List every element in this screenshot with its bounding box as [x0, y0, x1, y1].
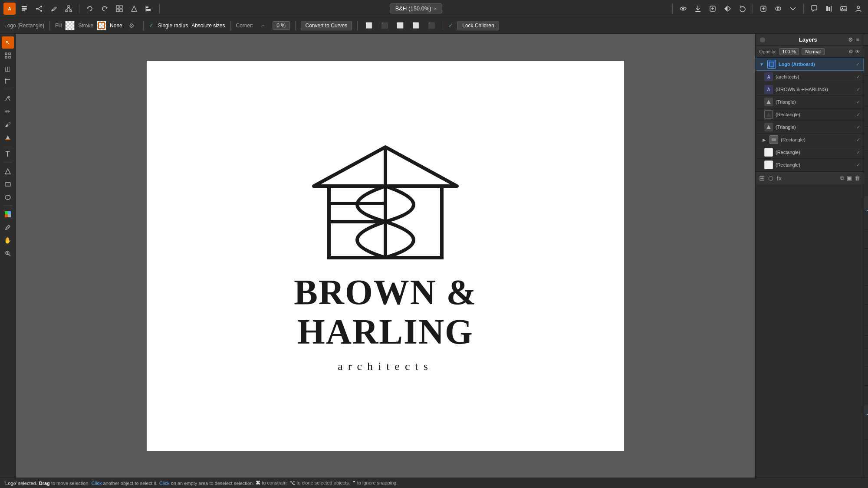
ellipse-tool-button[interactable] [2, 191, 14, 203]
layer-item-artboard[interactable]: ▼ Logo (Artboard) ✓ [756, 58, 864, 71]
fill-tool-button[interactable] [2, 131, 14, 144]
color-picker-button[interactable] [2, 208, 14, 220]
nodes-icon[interactable] [62, 3, 75, 15]
layers-visibility-icon[interactable]: 👁 [855, 49, 860, 55]
effect-outer-shadow[interactable]: ▶ Outer Shadow [864, 249, 868, 267]
effect-outline[interactable]: ▶ Outline [864, 323, 868, 336]
flip-icon[interactable] [721, 3, 733, 15]
zoom-tool-button[interactable] [2, 247, 14, 259]
layers-more-icon[interactable]: ≡ [856, 36, 859, 43]
user-icon[interactable] [852, 3, 865, 15]
add-layer-icon[interactable]: ⊞ [759, 174, 765, 182]
align-icon[interactable] [143, 3, 155, 15]
layer-item-rect3[interactable]: (Rectangle) ✓ [756, 146, 864, 159]
artboard-expand-icon[interactable]: ▼ [760, 62, 764, 67]
align-right-icon[interactable]: ⬜ [394, 20, 406, 32]
effect-3d[interactable]: ▶ 3D [864, 336, 868, 348]
layer-item-rect2[interactable]: ▶ (Rectangle) ✓ [756, 134, 864, 146]
layer-duplicate-icon[interactable]: ⧉ [840, 175, 844, 182]
shape-tool-button[interactable] [2, 165, 14, 177]
effect-inner-shadow[interactable]: ▶ Inner Shadow [864, 267, 868, 286]
corner-tool-button[interactable] [2, 75, 14, 88]
cap-section: Cap: [864, 75, 868, 107]
layer-visible-2[interactable]: ✓ [856, 87, 860, 92]
order-section: Order: Scale with object [864, 127, 868, 151]
layer-visible-4[interactable]: ✓ [856, 112, 860, 118]
layer-item-architects[interactable]: A (architects) ✓ [756, 71, 864, 83]
layers-settings-icon[interactable]: ⚙ [848, 36, 853, 43]
layer-item-triangle1[interactable]: (Triangle) ✓ [756, 96, 864, 108]
artboard-visible-icon[interactable]: ✓ [856, 62, 860, 67]
layer-item-triangle2[interactable]: (Triangle) ✓ [756, 121, 864, 134]
boolean-icon[interactable] [772, 3, 784, 15]
layer-visible-3[interactable]: ✓ [856, 99, 860, 105]
photo-icon[interactable] [838, 3, 850, 15]
effect-colour-overlay[interactable]: ▶ Colour Overlay [864, 367, 868, 386]
corner-value-input[interactable] [273, 21, 290, 30]
rotate-icon[interactable] [736, 3, 748, 15]
layer-item-brownharling[interactable]: A (BROWN & ↵HARLING) ✓ [756, 83, 864, 96]
expand-icon[interactable] [787, 3, 799, 15]
corner-type-icon[interactable]: ⌐ [257, 20, 269, 32]
close-document-icon[interactable]: × [434, 6, 437, 11]
canvas-area[interactable]: BROWN & HARLING architects [16, 34, 755, 478]
app-logo-icon[interactable]: A [3, 3, 16, 15]
effect-outer-glow[interactable]: ▶ Outer Glow [864, 286, 868, 305]
layer-mask-icon[interactable]: ⬡ [768, 175, 773, 182]
redo-icon[interactable] [99, 3, 111, 15]
align-center-icon[interactable]: ⬛ [378, 20, 391, 32]
blend-mode-select[interactable]: Normal [802, 48, 825, 55]
layer-group-icon[interactable]: ▣ [847, 175, 852, 182]
layer-item-rect1[interactable]: (Rectangle) ✓ [756, 108, 864, 121]
stroke-color-box[interactable] [97, 21, 106, 30]
layer-item-rect4[interactable]: (Rectangle) ✓ [756, 159, 864, 171]
align-top-icon[interactable]: ⬜ [410, 20, 422, 32]
effect-inner-glow[interactable]: ▶ Inner Glow [864, 305, 868, 323]
status-bar: 'Logo' selected. Drag to move selection.… [0, 478, 868, 488]
zoom-fit-icon[interactable] [707, 3, 719, 15]
vector-pen-icon[interactable] [48, 3, 60, 15]
hand-tool-button[interactable]: ✋ [2, 234, 14, 246]
ctx-sep-5 [357, 21, 358, 30]
layer-adjustment-icon[interactable]: fx [777, 175, 782, 182]
pen-tool-button[interactable] [2, 92, 14, 105]
lock-children-button[interactable]: Lock Children [457, 21, 499, 30]
arrange-icon[interactable] [113, 3, 125, 15]
effect-gradient-overlay[interactable]: ▶ Gradient Overlay [864, 386, 868, 404]
layer-visible-1[interactable]: ✓ [856, 74, 860, 80]
select-tool-button[interactable]: ↖ [2, 36, 14, 49]
layer-visible-8[interactable]: ✓ [856, 162, 860, 168]
fill-color-box[interactable] [65, 21, 75, 30]
align-left-icon[interactable]: ⬜ [363, 20, 375, 32]
convert-to-curves-button[interactable]: Convert to Curves [301, 21, 352, 30]
align-middle-icon[interactable]: ⬛ [425, 20, 437, 32]
effect-gaussian-blur[interactable]: ▶ Gaussian Blur [864, 230, 868, 249]
brush-tool-button[interactable]: 🖌 [2, 118, 14, 131]
transform-tool-button[interactable]: ◫ [2, 62, 14, 75]
transform-icon[interactable] [128, 3, 140, 15]
chat-icon[interactable] [808, 3, 820, 15]
undo-icon[interactable] [84, 3, 96, 15]
rect-tool-button[interactable] [2, 178, 14, 190]
pencil-tool-button[interactable]: ✏ [2, 105, 14, 118]
layer-visible-7[interactable]: ✓ [856, 150, 860, 155]
library-icon[interactable] [823, 3, 835, 15]
share-icon[interactable] [33, 3, 45, 15]
insert-icon[interactable] [757, 3, 769, 15]
svg-point-5 [36, 8, 38, 10]
export-icon[interactable] [692, 3, 704, 15]
effect-bevel-emboss[interactable]: ▶ Bevel / Emboss [864, 348, 868, 367]
tab-colour[interactable]: Colour [864, 34, 868, 45]
opacity-value[interactable]: 100 % [779, 48, 799, 55]
view-icon[interactable] [677, 3, 689, 15]
eyedropper-tool-button[interactable] [2, 221, 14, 233]
text-tool-button[interactable]: T [2, 148, 14, 160]
stroke-settings-icon[interactable]: ⚙ [126, 20, 138, 32]
node-tool-button[interactable] [2, 49, 14, 62]
layer-visible-6[interactable]: ✓ [856, 137, 860, 143]
layers-lock-icon[interactable]: ⚙ [848, 49, 853, 55]
rect2-expand-icon[interactable]: ▶ [763, 138, 766, 142]
layer-delete-icon[interactable]: 🗑 [855, 175, 860, 182]
file-menu-icon[interactable] [18, 3, 30, 15]
layer-visible-5[interactable]: ✓ [856, 124, 860, 130]
